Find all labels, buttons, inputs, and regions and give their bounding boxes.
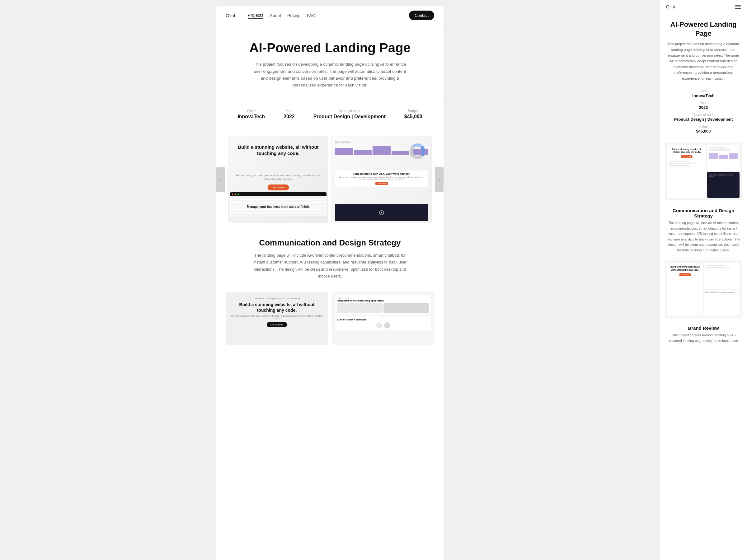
- sidebar-section1-desc: The landing page will include AI-driven …: [660, 220, 747, 258]
- ss2-left-headline: Build a stunning website, all without to…: [231, 302, 323, 313]
- menu-line-1: [735, 5, 741, 6]
- ss2-left-cta: Get Started: [267, 322, 287, 327]
- chart-bar: [709, 153, 718, 159]
- sidebar-section1-title: Communication and Design Strategy: [660, 204, 747, 220]
- meta-scope-value: Product Design | Development: [313, 114, 386, 119]
- table-row: [231, 200, 326, 202]
- mock-line: [669, 165, 690, 166]
- screenshots-container: Build a stunning website, all without to…: [225, 136, 435, 223]
- ss-donut-chart: [410, 143, 425, 159]
- table-row: [231, 196, 326, 199]
- hero-description: This project focuses on developing a dyn…: [252, 61, 408, 89]
- sidebar-scope-label: Scope of work: [666, 113, 741, 116]
- chart-bar: [729, 153, 738, 159]
- sb-mock-left: Build a stunning website, all without to…: [667, 145, 706, 198]
- bar-4: [391, 151, 410, 155]
- dot-red: [232, 193, 233, 195]
- sb-card-2: [704, 263, 740, 289]
- sb-mini-cta-1: Get Started: [681, 155, 693, 158]
- nav-contact-button[interactable]: Contact: [409, 10, 434, 20]
- communication-section: Communication and Design Strategy The la…: [216, 229, 443, 289]
- meta-budget-label: Budget: [404, 109, 422, 113]
- ss-left-cta: Get Started: [268, 185, 289, 190]
- ss-left-headline: Build a stunning website, all without to…: [233, 144, 324, 156]
- sb-card-3: Find solutions with Zoe, your work advis…: [704, 290, 740, 316]
- screenshots-section: ‹ Build a stunning website, all without …: [216, 130, 443, 229]
- sb-card-1: Build a stunning website, all without to…: [667, 263, 703, 316]
- screenshots-prev-button[interactable]: ‹: [216, 167, 225, 192]
- meta-budget-value: $45,000: [404, 114, 422, 119]
- sidebar-screenshot-1: Build a stunning website, all without to…: [665, 143, 742, 201]
- sidebar-client-label: Client: [666, 89, 741, 93]
- second-screenshots: Take your online presence to the next le…: [216, 289, 443, 348]
- nav-links: Projects About Pricing FAQ: [248, 12, 403, 19]
- communication-desc: The landing page will include AI-driven …: [252, 252, 408, 279]
- mock-line: [706, 267, 730, 268]
- screenshot-right: Quarterly Budget Find solution: [332, 136, 432, 223]
- sb-right-lines: [707, 145, 740, 161]
- sidebar-meta: Client InnovaTech Year 2022 Scope of wor…: [660, 86, 747, 140]
- sb-mini-headline-1: Build a stunning website, all without to…: [667, 145, 706, 155]
- sb-mock-lines: [667, 159, 706, 168]
- nav-link-projects[interactable]: Projects: [248, 12, 264, 19]
- mock-line: [669, 163, 695, 164]
- ss-chart-area: Quarterly Budget: [335, 141, 428, 155]
- sb-mock-right: Find solutions with Zoe, your work advis…: [707, 145, 740, 198]
- table-row: [231, 210, 326, 212]
- meta-budget: Budget $45,000: [404, 109, 422, 119]
- screenshot-left: Build a stunning website, all without to…: [228, 136, 328, 223]
- nav-link-faq[interactable]: FAQ: [307, 12, 316, 19]
- main-content: Glint Projects About Pricing FAQ Contact…: [0, 0, 660, 560]
- sidebar-scope-value: Product Design | Development: [666, 117, 741, 122]
- sb-mock-2: Build a stunning website, all without to…: [665, 260, 742, 318]
- screenshots-next-button[interactable]: ›: [435, 167, 443, 192]
- ss-find-subtitle: Zoe is ready to advise and assist you in…: [337, 176, 427, 180]
- page-title: AI-Powered Landing Page: [235, 41, 425, 55]
- nav: Glint Projects About Pricing FAQ Contact: [216, 6, 443, 25]
- meta-year-label: Year: [284, 109, 295, 113]
- meta-year: Year 2022: [284, 109, 295, 119]
- ss2-right-title2: Integrated financial tracking applicatio…: [337, 299, 429, 302]
- sidebar-project-title: AI-Powered Landing Page: [660, 14, 747, 41]
- sb-mini-cta-2: Get Started: [679, 273, 691, 276]
- sidebar-logo: Glint: [666, 4, 675, 9]
- ss-left-manage: Manage your business from start to finis…: [232, 205, 325, 209]
- project-meta: Client InnovaTech Year 2022 Scope of wor…: [216, 101, 443, 127]
- sb-dark-panel-text: Find solutions with Zoe, your work advis…: [707, 172, 740, 180]
- communication-title: Communication and Design Strategy: [235, 238, 425, 248]
- screenshots-row-1: ‹ Build a stunning website, all without …: [216, 133, 443, 225]
- ss-left-subtext: Skip the coding and build your ideal sit…: [233, 174, 324, 181]
- ss-play-button[interactable]: ▶: [379, 210, 384, 215]
- ss-table-header: [230, 192, 327, 196]
- sidebar: Glint AI-Powered Landing Page This proje…: [660, 0, 747, 560]
- sidebar-section2-title: Brand Review: [660, 321, 747, 332]
- sidebar-client-value: InnovaTech: [666, 93, 741, 98]
- mock-line: [709, 149, 730, 151]
- screenshot-2-left: Take your online presence to the next le…: [226, 292, 328, 345]
- mock-line: [709, 147, 726, 149]
- sb-mock-right-top: [707, 145, 740, 171]
- sidebar-year-value: 2022: [666, 105, 741, 110]
- dot-green: [237, 193, 239, 195]
- dot-yellow: [235, 193, 236, 195]
- sidebar-menu-button[interactable]: [735, 5, 741, 9]
- ss2-right-assistants: Built-In Smart Assistants: [337, 318, 429, 321]
- ss-find-solutions: Find solutions with Zoe, your work advis…: [335, 170, 428, 187]
- nav-link-about[interactable]: About: [269, 12, 281, 19]
- sb-lines-2: [704, 263, 740, 270]
- ss-find-cta: Chat Now: [375, 182, 388, 185]
- screenshot-2-right: optimize task Integrated financial track…: [332, 292, 434, 345]
- menu-line-2: [735, 6, 741, 7]
- meta-scope: Scope of work Product Design | Developme…: [313, 109, 386, 119]
- sidebar-budget-value: $45,000: [666, 129, 741, 133]
- ss-find-title: Find solutions with Zoe, your work advis…: [337, 172, 427, 176]
- sidebar-screenshot-2: Build a stunning website, all without to…: [665, 260, 742, 318]
- bar-1: [335, 148, 353, 156]
- bar-2: [354, 150, 372, 156]
- sidebar-year-label: Year: [666, 101, 741, 105]
- bar-3: [372, 146, 391, 156]
- nav-logo: Glint: [226, 13, 235, 18]
- meta-client: Client InnovaTech: [237, 109, 265, 119]
- nav-link-pricing[interactable]: Pricing: [287, 12, 301, 19]
- sidebar-project-desc: This project focuses on developing a dyn…: [660, 41, 747, 86]
